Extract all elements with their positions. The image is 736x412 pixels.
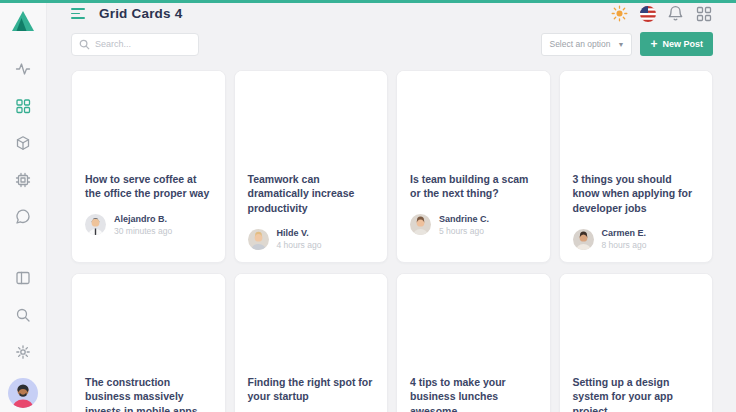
package-icon[interactable]	[15, 135, 31, 151]
post-card[interactable]: 4 tips to make your business lunches awe…	[396, 273, 551, 412]
post-title[interactable]: Setting up a design system for your app …	[573, 375, 700, 412]
card-grid: How to serve coffee at the office the pr…	[47, 56, 736, 412]
post-card[interactable]: Teamwork can dramatically increase produ…	[234, 70, 389, 263]
post-title[interactable]: How to serve coffee at the office the pr…	[85, 172, 212, 201]
post-title[interactable]: 3 things you should know when applying f…	[573, 172, 700, 215]
app-logo[interactable]	[11, 10, 35, 32]
menu-toggle-icon[interactable]	[71, 8, 85, 19]
post-image-placeholder	[397, 71, 550, 168]
author-avatar	[410, 214, 431, 235]
post-title[interactable]: Is team building a scam or the next thin…	[410, 172, 537, 201]
page-header: Grid Cards 4	[47, 5, 736, 22]
gear-icon[interactable]	[15, 344, 31, 360]
author-name: Sandrine C.	[439, 214, 489, 224]
sidebar	[0, 3, 47, 412]
post-card[interactable]: Finding the right spot for your startup …	[234, 273, 389, 412]
post-author-row: Alejandro B. 30 minutes ago	[85, 214, 212, 236]
post-author-row: Hilde V. 4 hours ago	[248, 228, 375, 250]
post-title[interactable]: The construction business massively inve…	[85, 375, 212, 412]
filter-select[interactable]: Select an option ▼	[541, 33, 632, 56]
post-author-row: Sandrine C. 5 hours ago	[410, 214, 537, 236]
post-time: 5 hours ago	[439, 226, 489, 236]
user-avatar[interactable]	[8, 378, 38, 408]
chevron-down-icon: ▼	[618, 41, 625, 48]
toolbar: Select an option ▼ + New Post	[47, 22, 736, 56]
post-image-placeholder	[560, 274, 713, 371]
post-title[interactable]: 4 tips to make your business lunches awe…	[410, 375, 537, 412]
post-card[interactable]: 3 things you should know when applying f…	[559, 70, 714, 263]
post-card[interactable]: The construction business massively inve…	[71, 273, 226, 412]
author-name: Carmen E.	[602, 228, 647, 238]
activity-icon[interactable]	[15, 61, 31, 77]
search-icon[interactable]	[15, 307, 31, 323]
search-icon	[79, 39, 90, 50]
plus-icon: +	[650, 38, 657, 50]
page-title: Grid Cards 4	[99, 6, 182, 21]
search-input[interactable]	[95, 39, 191, 49]
post-card[interactable]: How to serve coffee at the office the pr…	[71, 70, 226, 263]
author-avatar	[85, 214, 106, 235]
post-image-placeholder	[72, 274, 225, 371]
post-image-placeholder	[235, 274, 388, 371]
post-title[interactable]: Teamwork can dramatically increase produ…	[248, 172, 375, 215]
select-value: Select an option	[549, 39, 610, 49]
main-area: Grid Cards 4	[47, 3, 736, 412]
post-image-placeholder	[560, 71, 713, 168]
layout-icon[interactable]	[15, 270, 31, 286]
post-image-placeholder	[397, 274, 550, 371]
sidebar-bottom-nav	[8, 259, 38, 408]
post-title[interactable]: Finding the right spot for your startup	[248, 375, 375, 404]
apps-grid-icon[interactable]	[695, 5, 712, 22]
post-card[interactable]: Is team building a scam or the next thin…	[396, 70, 551, 263]
new-post-label: New Post	[662, 39, 703, 49]
us-flag-icon[interactable]	[639, 5, 656, 22]
post-time: 30 minutes ago	[114, 226, 172, 236]
author-avatar	[248, 229, 269, 250]
post-time: 8 hours ago	[602, 240, 647, 250]
post-image-placeholder	[72, 71, 225, 168]
search-box[interactable]	[71, 33, 199, 56]
sidebar-nav	[15, 50, 31, 235]
author-name: Hilde V.	[277, 228, 322, 238]
author-avatar	[573, 229, 594, 250]
post-image-placeholder	[235, 71, 388, 168]
author-name: Alejandro B.	[114, 214, 172, 224]
cpu-icon[interactable]	[15, 172, 31, 188]
post-author-row: Carmen E. 8 hours ago	[573, 228, 700, 250]
chat-icon[interactable]	[15, 209, 31, 225]
bell-icon[interactable]	[667, 5, 684, 22]
new-post-button[interactable]: + New Post	[640, 32, 713, 56]
post-time: 4 hours ago	[277, 240, 322, 250]
sun-icon[interactable]	[611, 5, 628, 22]
post-card[interactable]: Setting up a design system for your app …	[559, 273, 714, 412]
grid-cards-icon[interactable]	[15, 98, 31, 114]
